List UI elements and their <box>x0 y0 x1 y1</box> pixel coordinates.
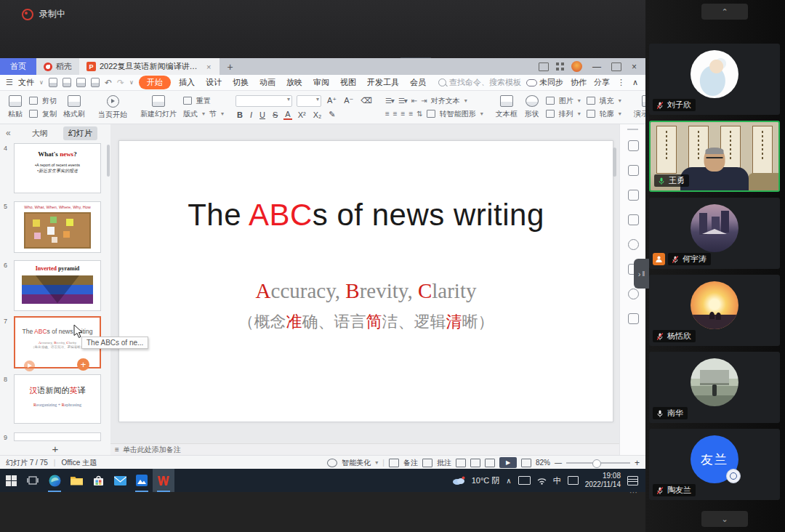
participant-tile-liuzixin[interactable]: 刘子欣 <box>649 44 780 115</box>
align-left-icon[interactable]: ≡ <box>385 110 389 118</box>
smart-beautify-button[interactable]: 智能美化 <box>342 458 371 468</box>
touch-keyboard-icon[interactable] <box>568 476 579 485</box>
hamburger-icon[interactable]: ☰ <box>6 78 13 87</box>
tab-document[interactable]: P 2022复旦英语新闻编译讲座.pptx × <box>79 58 220 75</box>
share-button[interactable]: 分享 <box>594 77 610 88</box>
notes-toggle[interactable]: 备注 <box>403 458 418 468</box>
number-list-icon[interactable]: ☰▾ <box>398 97 407 105</box>
thumb7-add-button[interactable]: + <box>77 358 89 371</box>
align-text-button[interactable]: 对齐文本▾ <box>431 96 467 106</box>
mail-button[interactable] <box>109 469 131 492</box>
start-from-current-button[interactable]: 当页开始 <box>94 95 131 120</box>
font-color-button[interactable]: A <box>283 110 291 120</box>
tab-slides[interactable]: 幻灯片 <box>63 126 97 140</box>
italic-button[interactable]: I <box>249 110 254 119</box>
font-name-combo[interactable] <box>236 95 292 107</box>
format-painter-button[interactable]: 格式刷 <box>60 95 89 119</box>
menu-tab-transition[interactable]: 切换 <box>230 77 251 88</box>
section-button[interactable]: 节▾ <box>209 109 224 119</box>
menu-tab-slideshow[interactable]: 放映 <box>283 77 305 88</box>
collaborate-button[interactable]: 协作 <box>571 77 587 88</box>
participant-tile-wangyong[interactable]: 王勇 <box>649 121 780 192</box>
file-menu[interactable]: 文件 <box>18 77 34 88</box>
superscript-button[interactable]: X² <box>297 110 307 119</box>
help-icon[interactable] <box>628 239 639 250</box>
command-search[interactable]: 查找命令、搜索模板 <box>438 77 521 88</box>
task-view-button[interactable] <box>22 469 44 492</box>
align-center-icon[interactable]: ≡ <box>393 110 397 118</box>
thumbnail-slide-6[interactable]: 6 Inverted pyramid <box>0 260 110 312</box>
tray-clock[interactable]: 19:08 2022/11/14 <box>585 472 621 490</box>
reset-button[interactable]: 重置 <box>183 96 224 106</box>
notebook-icon[interactable] <box>628 313 639 324</box>
zoom-slider-knob[interactable] <box>592 459 601 468</box>
menu-tab-start[interactable]: 开始 <box>139 76 171 89</box>
arrange-button[interactable]: 排列▾ <box>546 109 581 119</box>
textbox-button[interactable]: 文本框 <box>492 95 521 119</box>
zoom-out-button[interactable]: — <box>555 459 562 467</box>
current-slide[interactable]: The ABCs of news writing Accuracy, Brevi… <box>118 140 613 422</box>
highlight-button[interactable]: ✎ <box>327 110 337 119</box>
underline-button[interactable]: U <box>258 110 267 119</box>
outline-button[interactable]: 轮廓▾ <box>587 109 621 119</box>
zoom-level[interactable]: 82% <box>536 459 550 467</box>
properties-icon[interactable] <box>628 165 639 176</box>
menu-tab-member[interactable]: 会员 <box>407 77 429 88</box>
beautify-star-icon[interactable] <box>628 190 639 201</box>
undo-icon[interactable]: ↶ <box>105 78 112 88</box>
font-size-combo[interactable] <box>297 95 321 107</box>
fill-button[interactable]: 填充▾ <box>587 96 621 106</box>
justify-icon[interactable]: ≡ <box>408 110 412 118</box>
workspace-grid-icon[interactable] <box>556 63 564 70</box>
decrease-indent-icon[interactable]: ⇤ <box>411 97 416 105</box>
account-avatar[interactable] <box>571 61 582 72</box>
sorter-view-icon[interactable] <box>470 459 480 467</box>
notification-center-icon[interactable] <box>627 476 638 485</box>
scroll-up-button[interactable]: ⌃ <box>701 4 748 20</box>
panel-scrollbar[interactable] <box>107 145 110 177</box>
menu-tab-animation[interactable]: 动画 <box>257 77 278 88</box>
increase-font-button[interactable]: A⁺ <box>326 96 338 105</box>
reading-view-icon[interactable] <box>485 459 495 467</box>
tray-expand-icon[interactable]: ∧ <box>506 477 511 485</box>
redo-icon[interactable]: ↷ <box>117 78 124 88</box>
decrease-font-button[interactable]: A⁻ <box>342 96 355 105</box>
participant-tile-taoyoulan[interactable]: 友兰 陶友兰 <box>649 429 780 500</box>
tab-outline[interactable]: 大纲 <box>27 126 53 140</box>
thumbnail-slide-8[interactable]: 8 汉语新闻的英译 Reorganizing + Rephrasing <box>0 374 110 424</box>
zoom-in-button[interactable]: + <box>635 458 640 468</box>
menu-tab-review[interactable]: 审阅 <box>310 77 332 88</box>
increase-indent-icon[interactable]: ⇥ <box>421 97 426 105</box>
notes-bar[interactable]: ≡ 单击此处添加备注 <box>110 443 619 455</box>
zoom-slider[interactable] <box>566 462 630 464</box>
picture-button[interactable]: 图片▾ <box>546 96 581 106</box>
menu-tab-design[interactable]: 设计 <box>203 77 225 88</box>
thumbnail-slide-9[interactable]: 9 <box>0 432 110 442</box>
new-slide-button[interactable]: 新建幻灯片 <box>137 95 180 119</box>
tab-close-icon[interactable]: × <box>205 63 212 71</box>
thumb7-play-button[interactable] <box>24 360 35 371</box>
quickbar-more-icon[interactable]: ∨ <box>129 79 134 86</box>
tab-home[interactable]: 首页 <box>0 58 36 75</box>
sidebar-collapse-handle[interactable]: ›‖ <box>634 259 649 289</box>
new-tab-button[interactable]: + <box>220 58 240 75</box>
device-icon[interactable] <box>518 476 531 485</box>
menu-tab-devtools[interactable]: 开发工具 <box>364 77 402 88</box>
paste-button[interactable]: 粘贴 <box>4 95 26 119</box>
target-icon[interactable] <box>628 289 639 299</box>
sync-status[interactable]: 未同步 <box>526 77 563 88</box>
save-icon[interactable] <box>49 78 57 87</box>
layout-switch-icon[interactable] <box>539 63 549 71</box>
print-icon[interactable] <box>76 78 85 87</box>
bullet-list-icon[interactable]: ☰▾ <box>385 97 394 105</box>
present-tools-button[interactable]: 演示工具 <box>630 95 645 119</box>
participant-tile-nanhua[interactable]: 南华 <box>649 352 780 423</box>
start-button[interactable] <box>0 469 22 492</box>
restore-button[interactable] <box>611 63 621 71</box>
close-button[interactable]: × <box>629 62 640 72</box>
menu-tab-insert[interactable]: 插入 <box>176 77 198 88</box>
edge-browser-button[interactable] <box>44 469 65 492</box>
weather-text[interactable]: 10°C 阴 <box>472 475 500 486</box>
strip-handle[interactable] <box>627 129 638 130</box>
participant-tile-yangtianxin[interactable]: 杨恬欣 <box>649 275 780 346</box>
